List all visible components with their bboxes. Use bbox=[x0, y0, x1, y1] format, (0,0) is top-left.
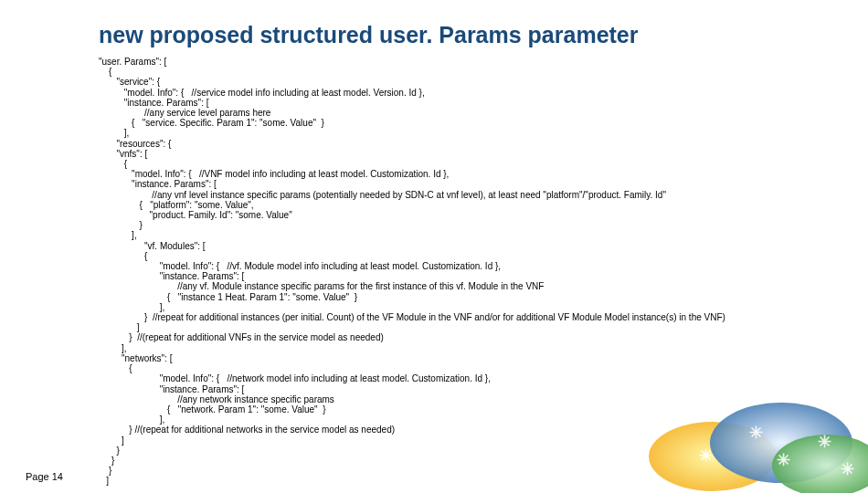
code-line: } //repeat for additional instances (per… bbox=[99, 312, 725, 322]
code-line: "vf. Modules": [ bbox=[99, 241, 206, 251]
code-line: ], bbox=[99, 414, 164, 425]
code-block: "user. Params": [ { "service": { "model.… bbox=[99, 57, 725, 487]
code-line: "user. Params": [ bbox=[99, 57, 166, 67]
code-line: "model. Info": { //service model info in… bbox=[99, 88, 425, 98]
code-line: "resources": { bbox=[99, 139, 171, 149]
code-line: { "service. Specific. Param 1": "some. V… bbox=[99, 118, 324, 128]
code-line: { "instance 1 Heat. Param 1": "some. Val… bbox=[99, 292, 357, 302]
code-line: { "platform": "some. Value", bbox=[99, 200, 254, 210]
code-line: ], bbox=[99, 302, 164, 312]
code-line: //any vnf level instance specific params… bbox=[99, 190, 666, 200]
code-line: //any service level params here bbox=[99, 108, 270, 118]
code-line: { "network. Param 1": "some. Value" } bbox=[99, 404, 326, 414]
svg-text:✳: ✳ bbox=[818, 433, 831, 451]
page-title: new proposed structured user. Params par… bbox=[99, 22, 639, 48]
svg-point-1 bbox=[710, 403, 852, 483]
svg-text:✳: ✳ bbox=[749, 424, 763, 442]
slide-page: new proposed structured user. Params par… bbox=[0, 0, 868, 493]
code-line: } //(repeat for additional VNFs in the s… bbox=[99, 332, 384, 342]
code-line: { bbox=[99, 251, 147, 261]
code-line: "instance. Params": [ bbox=[99, 98, 208, 108]
code-line: ], bbox=[99, 343, 127, 353]
code-line: ] bbox=[99, 435, 124, 446]
code-line: } //(repeat for additional networks in t… bbox=[99, 425, 395, 435]
code-line: "instance. Params": [ bbox=[99, 179, 217, 189]
code-line: ] bbox=[99, 476, 109, 486]
code-line: "instance. Params": [ bbox=[99, 271, 244, 281]
code-line: "model. Info": { //VNF model info includ… bbox=[99, 169, 449, 179]
code-line: //any network instance specific params bbox=[99, 394, 334, 404]
code-line: "product. Family. Id": "some. Value" bbox=[99, 210, 292, 220]
code-line: "vnfs": [ bbox=[99, 149, 147, 159]
code-line: //any vf. Module instance specific param… bbox=[99, 281, 544, 291]
code-line: "model. Info": { //vf. Module model info… bbox=[99, 261, 501, 271]
code-line: "service": { bbox=[99, 77, 160, 87]
svg-text:✳: ✳ bbox=[777, 451, 790, 469]
code-line: "model. Info": { //network model info in… bbox=[99, 373, 491, 383]
code-line: { bbox=[99, 363, 132, 373]
code-line: "networks": [ bbox=[99, 353, 172, 363]
code-line: ], bbox=[99, 128, 129, 138]
code-line: ] bbox=[99, 322, 139, 332]
code-line: } bbox=[99, 456, 114, 466]
svg-text:✳: ✳ bbox=[841, 460, 854, 478]
svg-point-2 bbox=[772, 435, 868, 493]
code-line: { bbox=[99, 159, 127, 169]
code-line: } bbox=[99, 446, 120, 456]
code-line: "instance. Params": [ bbox=[99, 384, 244, 394]
code-line: } bbox=[99, 220, 143, 230]
code-line: { bbox=[99, 67, 111, 77]
code-line: } bbox=[99, 466, 111, 476]
code-line: ], bbox=[99, 230, 137, 240]
page-number: Page 14 bbox=[26, 471, 63, 482]
